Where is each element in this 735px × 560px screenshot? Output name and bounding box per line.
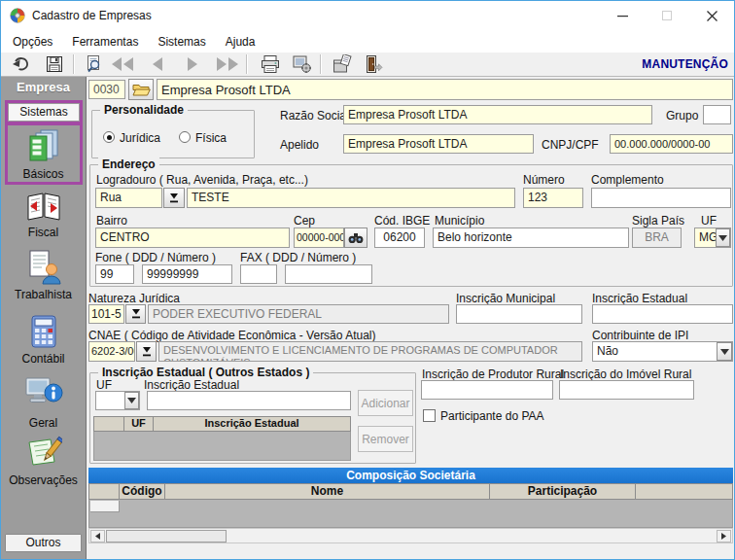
scroll-left-button[interactable] (90, 530, 105, 542)
tipo-logradouro-field[interactable]: Rua (95, 188, 162, 208)
save-button[interactable] (40, 52, 69, 76)
sidebar-item-label: Trabalhista (1, 288, 86, 301)
composicao-header-blank-left (88, 483, 120, 500)
lookup-arrow-icon (168, 192, 180, 204)
preview-button[interactable] (79, 52, 108, 76)
chevron-down-icon (718, 235, 727, 241)
menu-opcoes[interactable]: Opções (3, 31, 62, 52)
fax-label: FAX ( DDD / Número ) (240, 251, 356, 264)
logradouro-field[interactable]: TESTE (187, 188, 515, 208)
cnae-codigo-field[interactable]: 6202-3/00 (88, 341, 135, 362)
paa-label: Participante do PAA (440, 409, 544, 423)
window-title: Cadastro de Empresas (32, 9, 152, 22)
scroll-right-button[interactable] (717, 530, 731, 542)
cnae-descricao-field: DESENVOLVIMENTO E LICENCIAMENTO DE PROGR… (158, 341, 582, 362)
outros-tab[interactable]: Outros (5, 534, 82, 552)
remover-button[interactable]: Remover (358, 426, 413, 452)
previous-record-button[interactable] (143, 52, 172, 76)
composicao-indicator-cell (90, 501, 120, 512)
minimize-button[interactable] (600, 1, 645, 30)
produtor-rural-label: Inscrição de Produtor Rural (422, 368, 564, 381)
fone-ddd-field[interactable]: 99 (95, 264, 134, 284)
close-button[interactable] (689, 1, 734, 30)
adicionar-button[interactable]: Adicionar (358, 390, 413, 416)
app-window: Cadastro de Empresas Opções Ferramentas … (0, 0, 735, 560)
menu-ferramentas[interactable]: Ferramentas (62, 31, 148, 52)
inscricao-municipal-label: Inscrição Municipal (456, 292, 555, 305)
undo-button[interactable] (7, 52, 36, 76)
computer-info-icon (24, 374, 63, 411)
sigla-pais-label: Sigla País (632, 214, 684, 228)
chevron-down-icon (720, 349, 729, 355)
composicao-table-body[interactable] (88, 500, 733, 528)
uf-label: UF (701, 214, 717, 228)
print-icon (260, 54, 281, 74)
inscricao-municipal-field[interactable] (456, 304, 582, 324)
discard-button[interactable] (328, 52, 357, 76)
cnae-descricao-line2: CUSTOMIZÁVEIS (163, 357, 578, 362)
cep-field[interactable]: 00000-000 (294, 228, 344, 248)
composicao-hscrollbar[interactable] (88, 528, 733, 543)
bairro-field[interactable]: CENTRO (95, 228, 290, 248)
print-setup-button[interactable] (287, 52, 316, 76)
ipi-dropdown-button[interactable] (717, 342, 732, 361)
inscricao-estadual-label: Inscrição Estadual (592, 292, 687, 305)
preview-icon (84, 54, 103, 74)
composicao-header-participacao: Participação (489, 483, 636, 500)
cnpj-field[interactable]: 00.000.000/0000-00 (610, 134, 733, 154)
numero-field[interactable]: 123 (523, 188, 583, 208)
municipio-field[interactable]: Belo horizonte (433, 228, 629, 248)
radio-juridica-label: Jurídica (120, 131, 160, 145)
apelido-field[interactable]: Empresa Prosoft LTDA (343, 134, 534, 154)
composicao-title-bar: Composição Societária (88, 468, 733, 484)
ipi-label: Contribuinte de IPI (592, 329, 688, 342)
ie-uf-dropdown-button[interactable] (124, 392, 139, 409)
sidebar-item-label: Fiscal (1, 226, 86, 239)
ie-inscricao-field[interactable] (147, 391, 351, 410)
natureza-codigo-field[interactable]: 101-5 (88, 304, 124, 324)
record-name-field[interactable]: Empresa Prosoft LTDA (157, 79, 733, 100)
paa-checkbox[interactable] (423, 409, 436, 422)
produtor-rural-field[interactable] (421, 380, 553, 400)
next-record-button[interactable] (178, 52, 207, 76)
complemento-field[interactable] (591, 188, 731, 208)
grupo-field[interactable] (703, 105, 731, 124)
menu-sistemas[interactable]: Sistemas (148, 31, 215, 52)
previous-record-icon (149, 55, 166, 73)
record-code-field[interactable]: 0030 (88, 80, 125, 99)
ibge-field[interactable]: 06200 (374, 228, 425, 248)
uf-dropdown-button[interactable] (716, 228, 730, 247)
sidebar-item-label: Observações (1, 473, 86, 487)
print-button[interactable] (256, 52, 285, 76)
ipi-combobox[interactable]: Não (592, 341, 733, 362)
titlebar: Cadastro de Empresas (1, 1, 734, 30)
natureza-lookup-button[interactable] (125, 304, 146, 324)
open-record-button[interactable] (128, 79, 154, 100)
ie-table-header-inscricao: Inscrição Estadual (153, 416, 351, 432)
sistemas-button[interactable]: Sistemas (8, 103, 80, 122)
scrollbar-thumb[interactable] (106, 530, 227, 542)
last-record-button[interactable] (213, 52, 242, 76)
imovel-rural-field[interactable] (559, 380, 694, 400)
menu-ajuda[interactable]: Ajuda (216, 31, 265, 52)
razao-social-label: Razão Social (280, 109, 349, 122)
ie-uf-label: UF (96, 378, 112, 392)
cnae-lookup-button[interactable] (136, 341, 157, 362)
exit-button[interactable] (359, 52, 388, 76)
radio-fisica[interactable] (179, 131, 191, 143)
cep-search-button[interactable] (344, 228, 368, 248)
first-record-button[interactable] (108, 52, 137, 76)
fax-ddd-field[interactable] (240, 264, 277, 284)
fone-label: Fone ( DDD / Número ) (95, 251, 216, 264)
cnpj-label: CNPJ/CPF (542, 138, 599, 152)
tipo-logradouro-lookup-button[interactable] (163, 188, 185, 208)
municipio-label: Município (435, 214, 484, 228)
inscricao-estadual-field[interactable] (592, 304, 733, 324)
ie-table-body[interactable] (93, 432, 351, 461)
radio-juridica[interactable] (103, 131, 115, 143)
razao-social-field[interactable]: Empresa Prosoft LTDA (343, 105, 652, 124)
fone-field[interactable]: 99999999 (142, 264, 232, 284)
exit-icon (364, 54, 383, 74)
fax-field[interactable] (285, 264, 372, 284)
sigla-pais-field: BRA (632, 228, 682, 248)
